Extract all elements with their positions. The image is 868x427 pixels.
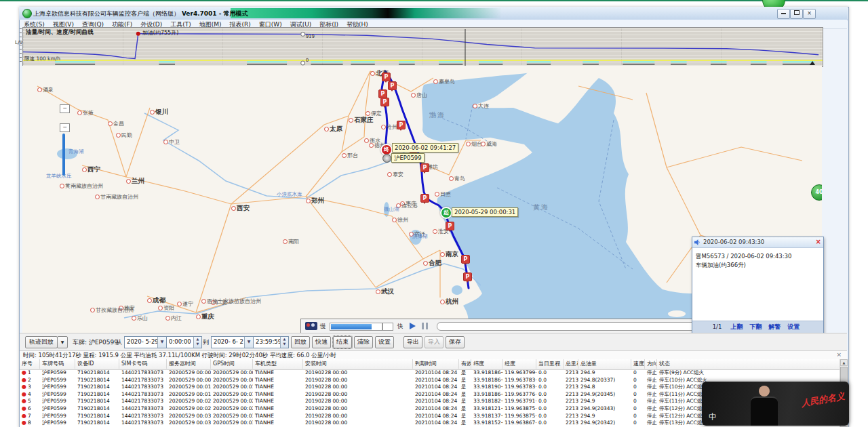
city-dot-icon — [381, 125, 386, 129]
scroll-up-icon[interactable]: ▲ — [840, 359, 848, 366]
speed-slider[interactable] — [330, 323, 382, 331]
time-to-spinner[interactable]: ▲▼ — [280, 337, 288, 348]
time-to-field[interactable]: 23:59:59▲▼ — [253, 336, 289, 348]
zoom-out-button[interactable]: − — [60, 123, 70, 132]
close-button[interactable]: × — [803, 9, 816, 19]
column-header-总油量[interactable]: 总油量 — [578, 359, 631, 369]
date-from-dropdown-icon[interactable]: ▼ — [157, 337, 166, 348]
cell-有效: 是 — [459, 384, 471, 391]
stop-marker-1[interactable]: P — [382, 73, 391, 81]
stop-marker-5[interactable]: P — [397, 121, 406, 129]
cell-总里程: 221366 — [564, 369, 578, 377]
city-label-合肥: 合肥 — [423, 259, 441, 268]
date-to-field[interactable]: 2020- 6- 2▼ — [211, 336, 254, 348]
toolbar-button-结束[interactable]: 结束 — [333, 336, 352, 348]
cell-安装时间: 20190228 00:00 — [303, 413, 413, 420]
fuel-speed-chart[interactable]: 加油(约755升)9190 油量/时间、速度/时间曲线 限速 100 km/h — [22, 27, 823, 67]
cell-车牌号码: 沪EP0599 — [40, 420, 75, 427]
overlay-red-text: 人民的名义 — [800, 390, 846, 409]
zoom-slider-handle[interactable]: − — [60, 104, 70, 113]
toolbar-button-回放[interactable]: 回放 — [291, 336, 310, 348]
window-title-main: 上海卓歆信息科技有限公司车辆监控客户端（网络版） — [33, 10, 180, 17]
cell-设备ID: 7190218014 — [75, 398, 119, 405]
toolbar-button-导入[interactable]: 导入 — [425, 336, 443, 348]
message-close-icon[interactable]: × — [816, 238, 821, 245]
city-dot-icon — [158, 306, 163, 310]
pause-icon[interactable] — [422, 323, 429, 329]
cell-设备ID: 7190218014 — [75, 391, 119, 399]
column-header-设备ID[interactable]: 设备ID — [75, 359, 119, 369]
toolbar-button-清除[interactable]: 清除 — [354, 336, 373, 348]
minimize-button[interactable] — [777, 9, 790, 19]
column-header-总里程[interactable]: 总里程 — [564, 359, 578, 369]
toolbar-button-快速[interactable]: 快速 — [312, 336, 331, 348]
column-header-SIM卡号码[interactable]: SIM卡号码 — [119, 359, 167, 369]
column-header-方向[interactable]: 方向 — [645, 359, 657, 369]
column-header-状态[interactable]: 状态 — [657, 359, 840, 369]
message-button-下翻[interactable]: 下翻 — [749, 321, 762, 332]
table-row[interactable]: ●1沪EP05997190218014144021783307320200529… — [20, 369, 840, 377]
stop-marker-10[interactable]: P — [461, 255, 470, 264]
cell-经度: 119.963867+0.0... — [502, 420, 536, 427]
city-label-龙羊峡水库: 龙羊峡水库 — [46, 173, 72, 180]
date-to-dropdown-icon[interactable]: ▼ — [244, 337, 253, 348]
start-marker[interactable]: 起 — [440, 207, 452, 219]
column-header-到期时间[interactable]: 到期时间 — [413, 359, 459, 369]
message-button-解警[interactable]: 解警 — [768, 321, 781, 332]
cell-到期时间: 20210104 08:24 — [413, 398, 459, 405]
city-dot-icon — [283, 239, 288, 244]
stop-marker-8[interactable]: P — [420, 194, 429, 203]
column-header-服务器时间[interactable]: 服务器时间 — [167, 359, 211, 369]
cell-有效: 是 — [459, 420, 471, 427]
column-header-车机类型[interactable]: 车机类型 — [253, 359, 303, 369]
column-header-序号[interactable]: 序号 — [20, 359, 40, 369]
cell-速度: 0 — [631, 398, 645, 405]
stop-marker-9[interactable]: P — [446, 222, 454, 230]
stop-marker-7[interactable]: P — [420, 163, 429, 172]
city-dot-icon — [392, 218, 397, 222]
column-header-GPS时间[interactable]: GPS时间 — [211, 359, 253, 369]
vehicle-icon[interactable] — [382, 154, 391, 163]
column-header-安装时间[interactable]: 安装时间 — [303, 359, 413, 369]
cell-经度: 119.963875+0.0... — [502, 405, 536, 413]
mode-combo-button[interactable]: 轨迹回放 — [25, 336, 58, 348]
message-button-设置[interactable]: 设置 — [787, 321, 800, 332]
cell-有效: 是 — [459, 391, 471, 399]
zoom-slider-track[interactable] — [62, 134, 65, 176]
cell-车牌号码: 沪EP0599 — [40, 369, 75, 377]
date-from-field[interactable]: 2020- 5-29▼ — [124, 336, 167, 348]
toolbar-button-保存[interactable]: 保存 — [446, 336, 465, 348]
column-header-有效[interactable]: 有效 — [459, 359, 471, 369]
column-header-当日里程[interactable]: 当日里程 — [536, 359, 564, 369]
cell-经度: 119.963783+0.0... — [502, 377, 536, 384]
play-icon[interactable] — [410, 323, 419, 329]
city-label-邢台: 邢台 — [342, 152, 358, 159]
row-status-dot: ● — [22, 413, 26, 419]
toolbar-button-导出[interactable]: 导出 — [403, 336, 422, 348]
time-from-spinner[interactable]: ▲▼ — [193, 337, 201, 348]
column-header-纬度[interactable]: 纬度 — [471, 359, 502, 369]
cell-车牌号码: 沪EP0599 — [40, 413, 75, 420]
column-header-车牌号码[interactable]: 车牌号码 — [40, 359, 75, 369]
stop-marker-2[interactable]: P — [388, 81, 397, 90]
stop-marker-11[interactable]: P — [463, 272, 472, 281]
cell-安装时间: 20190228 00:00 — [303, 369, 413, 377]
message-line2: 车辆加油(约366升) — [696, 261, 819, 270]
svg-text:0: 0 — [306, 58, 309, 63]
message-button-上翻[interactable]: 上翻 — [730, 321, 743, 332]
cell-总油量: 294.9 — [578, 369, 631, 377]
restore-button[interactable] — [790, 9, 803, 19]
cell-当日里程: 0.0 — [536, 369, 564, 377]
cell-车机类型: TIANHE — [253, 391, 303, 399]
stop-marker-4[interactable]: P — [380, 98, 389, 106]
column-header-经度[interactable]: 经度 — [502, 359, 536, 369]
column-header-速度[interactable]: 速度 — [631, 359, 645, 369]
panel-close-icon[interactable]: × — [836, 351, 842, 358]
time-from-field[interactable]: 0:00:00▲▼ — [166, 336, 202, 348]
message-title-bar[interactable]: 2020-06-02 09:43:30 × — [692, 237, 823, 248]
cell-SIM卡号码: 1440217833073 — [119, 377, 167, 384]
mode-combo-arrow[interactable]: ▼ — [57, 336, 68, 348]
speed-limit-label: 限速 100 km/h — [24, 56, 60, 62]
toolbar-button-设置[interactable]: 设置 — [375, 336, 394, 348]
message-line1: 晋M56573 / 2020-06-02 09:43:30 — [696, 252, 819, 261]
